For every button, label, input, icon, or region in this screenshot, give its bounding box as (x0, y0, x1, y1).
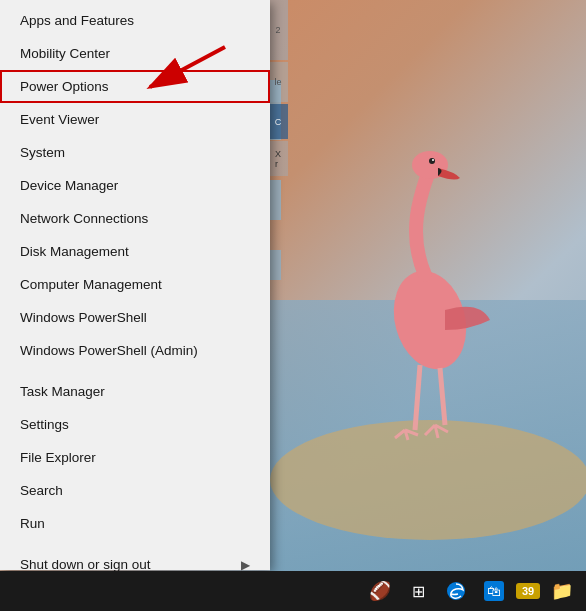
taskbar-icon-store[interactable]: 🛍 (478, 575, 510, 607)
menu-item-system[interactable]: System (0, 136, 270, 169)
taskbar-icon-multitask[interactable]: ⊞ (402, 575, 434, 607)
menu-item-power-options[interactable]: Power Options (0, 70, 270, 103)
context-menu: Apps and Features Mobility Center Power … (0, 0, 270, 570)
taskbar-icon-folder[interactable]: 📁 (546, 575, 578, 607)
menu-item-mobility-center[interactable]: Mobility Center (0, 37, 270, 70)
menu-item-computer-management[interactable]: Computer Management (0, 268, 270, 301)
menu-item-apps-features[interactable]: Apps and Features (0, 4, 270, 37)
menu-item-windows-powershell[interactable]: Windows PowerShell (0, 301, 270, 334)
menu-item-network-connections[interactable]: Network Connections (0, 202, 270, 235)
side-panel: 2 le C Xr (268, 0, 288, 570)
menu-item-search[interactable]: Search (0, 474, 270, 507)
menu-item-event-viewer[interactable]: Event Viewer (0, 103, 270, 136)
menu-item-settings[interactable]: Settings (0, 408, 270, 441)
taskbar: 🏈 ⊞ 🛍 39 📁 (0, 571, 586, 611)
taskbar-notification-badge[interactable]: 39 (516, 583, 540, 599)
menu-item-file-explorer[interactable]: File Explorer (0, 441, 270, 474)
svg-text:🛍: 🛍 (487, 583, 501, 599)
submenu-arrow-icon: ▶ (241, 558, 250, 572)
menu-item-device-manager[interactable]: Device Manager (0, 169, 270, 202)
svg-point-6 (432, 159, 434, 161)
menu-item-run[interactable]: Run (0, 507, 270, 540)
menu-item-windows-powershell-admin[interactable]: Windows PowerShell (Admin) (0, 334, 270, 367)
svg-point-2 (270, 420, 586, 540)
taskbar-icon-edge[interactable] (440, 575, 472, 607)
menu-item-task-manager[interactable]: Task Manager (0, 375, 270, 408)
menu-item-disk-management[interactable]: Disk Management (0, 235, 270, 268)
taskbar-right: 🏈 ⊞ 🛍 39 📁 (364, 575, 582, 607)
svg-point-5 (429, 158, 435, 164)
taskbar-icon-football[interactable]: 🏈 (364, 575, 396, 607)
